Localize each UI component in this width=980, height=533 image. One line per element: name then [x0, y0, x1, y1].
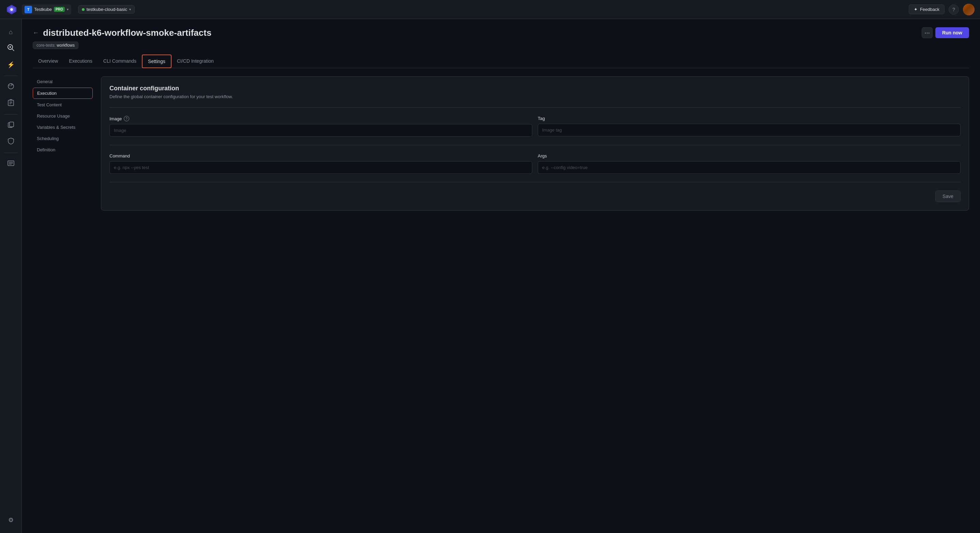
tab-executions[interactable]: Executions — [64, 55, 97, 68]
image-tag-row: Image ? Tag — [110, 116, 961, 136]
help-button[interactable]: ? — [949, 5, 959, 15]
image-input[interactable] — [110, 124, 532, 136]
sidebar-divider-2 — [4, 114, 18, 114]
tag-val: workflows — [57, 43, 75, 48]
tabs: Overview Executions CLI Commands Setting… — [33, 54, 969, 68]
settings-nav-execution[interactable]: Execution — [33, 87, 93, 99]
page-title: distributed-k6-workflow-smoke-artifacts — [43, 28, 212, 38]
sidebar-item-shield[interactable] — [3, 134, 18, 149]
command-field-group: Command — [110, 153, 532, 174]
args-input[interactable] — [538, 161, 961, 174]
tag-label: Tag — [538, 116, 961, 121]
image-info-icon[interactable]: ? — [124, 116, 129, 121]
org-name: Testkube — [34, 7, 52, 12]
section-title: Container configuration — [110, 85, 961, 92]
tab-cicd[interactable]: CI/CD Integration — [172, 55, 219, 68]
test-add-icon — [7, 44, 15, 53]
tag-input[interactable] — [538, 124, 961, 136]
section-divider-2 — [110, 145, 961, 145]
topnav: T Testkube PRO ▾ testkube-cloud-basic ▾ … — [0, 0, 980, 19]
user-avatar[interactable] — [963, 4, 975, 15]
env-selector[interactable]: testkube-cloud-basic ▾ — [78, 5, 135, 14]
tab-settings[interactable]: Settings — [142, 54, 172, 68]
tab-cli-commands[interactable]: CLI Commands — [98, 55, 142, 68]
image-field-group: Image ? — [110, 116, 532, 136]
tab-overview[interactable]: Overview — [33, 55, 64, 68]
list-icon — [8, 160, 14, 167]
svg-rect-14 — [10, 122, 14, 127]
settings-nav-test-content[interactable]: Test Content — [33, 100, 93, 110]
back-button[interactable]: ← — [33, 30, 39, 36]
svg-point-2 — [10, 8, 13, 11]
feedback-label: Feedback — [920, 7, 939, 12]
env-status-dot — [82, 8, 84, 11]
sidebar-item-home[interactable]: ⌂ — [3, 25, 18, 40]
help-icon: ? — [952, 7, 955, 12]
page-header: ← distributed-k6-workflow-smoke-artifact… — [33, 27, 969, 38]
settings-nav-resource-usage[interactable]: Resource Usage — [33, 111, 93, 121]
chart-icon — [8, 83, 14, 91]
settings-nav-scheduling[interactable]: Scheduling — [33, 133, 93, 144]
settings-nav-general[interactable]: General — [33, 76, 93, 87]
sidebar-item-clipboard[interactable] — [3, 96, 18, 111]
user-avatar-image — [963, 4, 975, 15]
env-name: testkube-cloud-basic — [87, 7, 127, 12]
sidebar-item-logs[interactable] — [3, 156, 18, 171]
tag-badge: core-tests : workflows — [33, 41, 78, 49]
settings-layout: General Execution Test Content Resource … — [33, 76, 969, 211]
lightning-icon: ⚡ — [7, 61, 15, 68]
sidebar-item-test-add[interactable] — [3, 41, 18, 56]
run-now-button[interactable]: Run now — [935, 27, 969, 38]
image-label: Image ? — [110, 116, 532, 121]
args-field-group: Args — [538, 153, 961, 174]
sidebar-item-triggers[interactable]: ⚡ — [3, 57, 18, 72]
layers-icon — [8, 121, 14, 130]
command-args-row: Command Args — [110, 153, 961, 174]
org-avatar: T — [25, 6, 32, 13]
section-divider-3 — [110, 182, 961, 182]
sidebar-item-settings[interactable]: ⚙ — [3, 512, 18, 528]
clipboard-icon — [8, 99, 14, 107]
sidebar-item-analytics[interactable] — [3, 79, 18, 94]
more-options-button[interactable]: ⋯ — [922, 27, 932, 38]
settings-nav-definition[interactable]: Definition — [33, 144, 93, 155]
section-description: Define the global container configuratio… — [110, 94, 961, 99]
section-divider-1 — [110, 107, 961, 108]
save-button[interactable]: Save — [935, 190, 961, 202]
feedback-button[interactable]: ✦ Feedback — [909, 5, 945, 14]
tag-field-group: Tag — [538, 116, 961, 136]
sidebar: ⌂ ⚡ — [0, 19, 22, 533]
save-btn-row: Save — [110, 190, 961, 202]
pro-badge: PRO — [54, 7, 65, 12]
svg-line-7 — [12, 49, 14, 51]
settings-nav: General Execution Test Content Resource … — [33, 76, 101, 211]
args-label: Args — [538, 153, 961, 159]
page-header-right: ⋯ Run now — [922, 27, 969, 38]
sidebar-item-copy[interactable] — [3, 118, 18, 133]
app-logo[interactable] — [5, 3, 18, 16]
command-label: Command — [110, 153, 532, 159]
home-icon: ⌂ — [9, 29, 13, 36]
feedback-icon: ✦ — [914, 7, 918, 12]
tag-key: core-tests — [37, 43, 54, 48]
page-header-left: ← distributed-k6-workflow-smoke-artifact… — [33, 28, 212, 38]
settings-nav-variables-secrets[interactable]: Variables & Secrets — [33, 122, 93, 133]
chevron-down-icon: ▾ — [129, 8, 131, 11]
org-selector[interactable]: T Testkube PRO ▾ — [22, 5, 71, 15]
settings-content-panel: Container configuration Define the globa… — [101, 76, 969, 211]
chevron-down-icon: ▾ — [67, 8, 68, 11]
gear-icon: ⚙ — [8, 516, 14, 524]
sidebar-divider — [4, 76, 18, 76]
shield-icon — [8, 138, 14, 146]
content-area: ← distributed-k6-workflow-smoke-artifact… — [22, 19, 980, 533]
command-input[interactable] — [110, 161, 532, 174]
main-layout: ⌂ ⚡ — [0, 19, 980, 533]
